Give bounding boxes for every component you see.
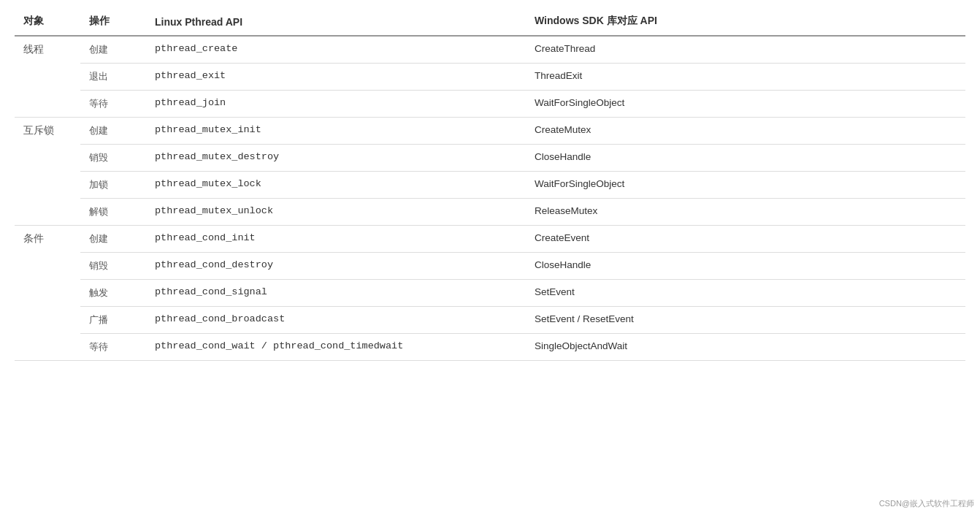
cell-linux-api: pthread_cond_broadcast [146, 307, 526, 334]
cell-object: 线程 [15, 36, 80, 118]
cell-windows-api: CreateEvent [526, 226, 965, 253]
cell-linux-api: pthread_join [146, 91, 526, 118]
table-row: 解锁pthread_mutex_unlockReleaseMutex [15, 199, 965, 226]
cell-linux-api: pthread_cond_wait / pthread_cond_timedwa… [146, 334, 526, 361]
cell-operation: 加锁 [80, 172, 146, 199]
table-header-row: 对象 操作 Linux Pthread API Windows SDK 库对应 … [15, 7, 965, 36]
table-row: 线程创建pthread_createCreateThread [15, 36, 965, 64]
table-row: 互斥锁创建pthread_mutex_initCreateMutex [15, 118, 965, 145]
table-row: 等待pthread_joinWaitForSingleObject [15, 91, 965, 118]
cell-windows-api: ThreadExit [526, 64, 965, 91]
cell-windows-api: SetEvent / ResetEvent [526, 307, 965, 334]
cell-operation: 退出 [80, 64, 146, 91]
table-row: 触发pthread_cond_signalSetEvent [15, 280, 965, 307]
cell-windows-api: SingleObjectAndWait [526, 334, 965, 361]
table-row: 广播pthread_cond_broadcastSetEvent / Reset… [15, 307, 965, 334]
table-row: 退出pthread_exitThreadExit [15, 64, 965, 91]
table-container: 对象 操作 Linux Pthread API Windows SDK 库对应 … [0, 0, 980, 515]
cell-operation: 解锁 [80, 199, 146, 226]
cell-object: 互斥锁 [15, 118, 80, 226]
cell-windows-api: CloseHandle [526, 145, 965, 172]
cell-linux-api: pthread_cond_destroy [146, 253, 526, 280]
cell-operation: 销毁 [80, 253, 146, 280]
cell-operation: 广播 [80, 307, 146, 334]
table-row: 条件创建pthread_cond_initCreateEvent [15, 226, 965, 253]
cell-linux-api: pthread_mutex_unlock [146, 199, 526, 226]
cell-linux-api: pthread_cond_signal [146, 280, 526, 307]
table-row: 销毁pthread_cond_destroyCloseHandle [15, 253, 965, 280]
header-linux: Linux Pthread API [146, 7, 526, 36]
cell-operation: 等待 [80, 334, 146, 361]
cell-operation: 等待 [80, 91, 146, 118]
cell-windows-api: CloseHandle [526, 253, 965, 280]
cell-windows-api: SetEvent [526, 280, 965, 307]
table-row: 等待pthread_cond_wait / pthread_cond_timed… [15, 334, 965, 361]
cell-windows-api: CreateMutex [526, 118, 965, 145]
table-row: 销毁pthread_mutex_destroyCloseHandle [15, 145, 965, 172]
cell-linux-api: pthread_mutex_lock [146, 172, 526, 199]
cell-windows-api: ReleaseMutex [526, 199, 965, 226]
cell-object: 条件 [15, 226, 80, 361]
cell-windows-api: WaitForSingleObject [526, 172, 965, 199]
cell-windows-api: WaitForSingleObject [526, 91, 965, 118]
header-op: 操作 [80, 7, 146, 36]
cell-operation: 创建 [80, 36, 146, 64]
cell-operation: 触发 [80, 280, 146, 307]
cell-linux-api: pthread_create [146, 36, 526, 64]
cell-windows-api: CreateThread [526, 36, 965, 64]
cell-linux-api: pthread_mutex_init [146, 118, 526, 145]
cell-linux-api: pthread_mutex_destroy [146, 145, 526, 172]
watermark: CSDN@嵌入式软件工程师 [879, 498, 974, 509]
header-windows: Windows SDK 库对应 API [526, 7, 965, 36]
table-row: 加锁pthread_mutex_lockWaitForSingleObject [15, 172, 965, 199]
api-comparison-table: 对象 操作 Linux Pthread API Windows SDK 库对应 … [15, 7, 965, 361]
cell-linux-api: pthread_exit [146, 64, 526, 91]
cell-operation: 创建 [80, 226, 146, 253]
cell-operation: 销毁 [80, 145, 146, 172]
header-obj: 对象 [15, 7, 80, 36]
cell-linux-api: pthread_cond_init [146, 226, 526, 253]
cell-operation: 创建 [80, 118, 146, 145]
